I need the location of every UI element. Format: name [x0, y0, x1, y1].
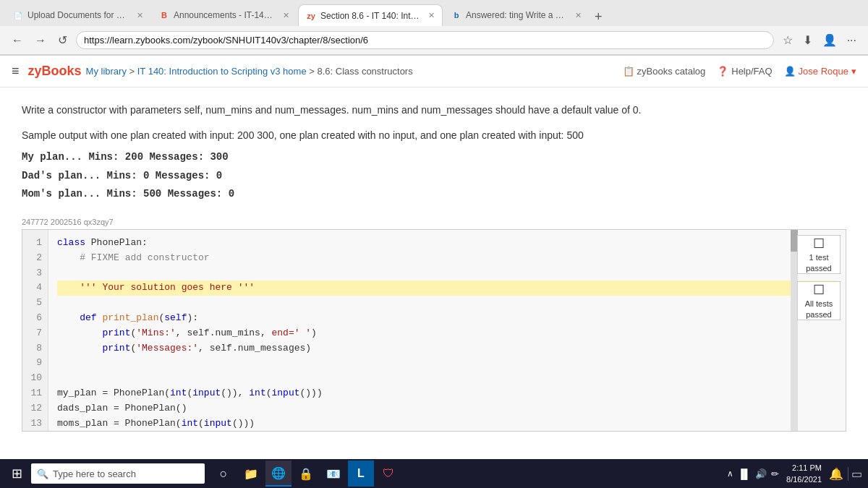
code-line-13: moms_plan = PhonePlan(int(input())) [57, 416, 837, 431]
start-button[interactable]: ⊞ [6, 463, 28, 484]
zybooks-logo: zyBooks [28, 64, 82, 79]
sample-line-2: Dad's plan... Mins: 0 Messages: 0 [22, 167, 846, 185]
test1-label: 1 testpassed [806, 252, 831, 273]
code-line-10 [57, 371, 837, 386]
systray-caret-icon[interactable]: ∧ [727, 468, 733, 479]
test-box-all: ☐ All testspassed [797, 281, 841, 320]
user-name: Jose Roque [799, 66, 848, 77]
test-all-label: All testspassed [805, 299, 833, 320]
test-box-1: ☐ 1 testpassed [797, 235, 841, 274]
back-button[interactable]: ← [9, 33, 26, 48]
forward-button[interactable]: → [32, 33, 49, 48]
code-id-label: 247772 2002516 qx3zqy7 [22, 218, 846, 226]
tab-close-zybooks[interactable]: ✕ [428, 11, 435, 20]
code-line-11: my_plan = PhonePlan(int(input()), int(in… [57, 386, 837, 401]
help-icon: ❓ [717, 66, 728, 77]
help-button[interactable]: ❓ Help/FAQ [717, 66, 772, 77]
tab-favicon-upload: 📄 [13, 10, 23, 20]
catalog-label: zyBooks catalog [637, 66, 706, 77]
taskbar-systray: ∧ ▐▌ 🔊 ✏ 2:11 PM 8/16/2021 🔔 ▭ [727, 462, 862, 486]
code-container[interactable]: 12345 678910 1112131415 16171819 class P… [22, 229, 846, 432]
taskbar-clock: 2:11 PM 8/16/2021 [786, 462, 822, 486]
taskbar-edge-icon[interactable]: 🌐 [265, 461, 292, 487]
tab-zybooks-active[interactable]: zy Section 8.6 - IT 140: Introductio ✕ [298, 4, 443, 26]
tab-favicon-brainly: b [451, 10, 461, 20]
tab-favicon-zybooks: zy [306, 11, 316, 21]
tab-announcements[interactable]: B Announcements - IT-140-J6182 ✕ [152, 4, 297, 26]
test1-checkbox[interactable]: ☐ [813, 236, 825, 252]
refresh-button[interactable]: ↺ [55, 32, 70, 48]
sample-line-1: My plan... Mins: 200 Messages: 300 [22, 148, 846, 166]
code-line-5 [57, 296, 837, 311]
settings-icon[interactable]: 👤 [820, 32, 840, 48]
test-all-checkbox[interactable]: ☐ [813, 282, 825, 299]
tab-label-zybooks: Section 8.6 - IT 140: Introductio [320, 11, 421, 21]
tab-close-brainly[interactable]: ✕ [575, 11, 582, 20]
code-line-6: def print_plan(self): [57, 311, 837, 326]
taskbar-search-text: Type here to search [53, 468, 136, 479]
code-line-8: print('Messages:', self.num_messages) [57, 341, 837, 356]
sample-output-label: Sample output with one plan created with… [22, 129, 846, 141]
more-icon[interactable]: ··· [844, 33, 859, 48]
sample-output: My plan... Mins: 200 Messages: 300 Dad's… [22, 148, 846, 203]
code-line-4: ''' Your solution goes here ''' [57, 281, 837, 296]
catalog-icon: 📋 [623, 66, 634, 77]
tab-close-upload[interactable]: ✕ [137, 11, 143, 20]
taskbar-l-icon[interactable]: L [348, 461, 374, 487]
description-text: Write a constructor with parameters self… [22, 102, 846, 118]
code-line-3 [57, 266, 837, 281]
breadcrumb-link[interactable]: My library [86, 66, 127, 77]
taskbar-shield-icon[interactable]: 🛡 [375, 461, 401, 487]
taskbar-search-box[interactable]: 🔍 Type here to search [31, 463, 205, 484]
tab-label-announcements: Announcements - IT-140-J6182 [174, 10, 276, 20]
code-wrapper: 12345 678910 1112131415 16171819 class P… [22, 229, 846, 432]
code-line-12: dads_plan = PhonePlan() [57, 401, 837, 416]
line-numbers: 12345 678910 1112131415 16171819 [22, 230, 48, 431]
code-editor[interactable]: class PhonePlan: # FIXME add constructor… [48, 230, 846, 431]
systray-volume-icon[interactable]: 🔊 [755, 468, 767, 479]
address-bar: ← → ↺ ☆ ⬇ 👤 ··· [0, 26, 868, 55]
taskbar-files-icon[interactable]: 📁 [238, 461, 264, 487]
taskbar-mail-icon[interactable]: 📧 [320, 461, 346, 487]
new-tab-button[interactable]: + [590, 8, 607, 26]
tab-label-upload: Upload Documents for Free Acco [27, 10, 129, 20]
toolbar-icons: ☆ ⬇ 👤 ··· [780, 32, 859, 48]
taskbar-lock-icon[interactable]: 🔒 [293, 461, 319, 487]
breadcrumb-course-link[interactable]: IT 140: Introduction to Scripting v3 hom… [137, 66, 307, 77]
taskbar-search-icon: 🔍 [37, 468, 48, 479]
browser-chrome: 📄 Upload Documents for Free Acco ✕ B Ann… [0, 0, 868, 56]
clock-date: 8/16/2021 [786, 474, 822, 486]
tab-upload[interactable]: 📄 Upload Documents for Free Acco ✕ [6, 4, 150, 26]
breadcrumb-separator: > [129, 66, 137, 77]
catalog-button[interactable]: 📋 zyBooks catalog [623, 66, 706, 77]
notification-icon[interactable]: 🔔 [829, 467, 843, 481]
systray-pen-icon[interactable]: ✏ [771, 468, 779, 479]
breadcrumb: My library > IT 140: Introduction to Scr… [86, 66, 413, 77]
main-content: Write a constructor with parameters self… [0, 87, 868, 460]
help-label: Help/FAQ [731, 66, 772, 77]
breadcrumb-separator2: > 8.6: Class constructors [309, 66, 412, 77]
tab-bar: 📄 Upload Documents for Free Acco ✕ B Ann… [0, 0, 868, 26]
tab-close-announcements[interactable]: ✕ [283, 11, 289, 20]
taskbar: ⊞ 🔍 Type here to search ○ 📁 🌐 🔒 📧 L 🛡 ∧ … [0, 459, 868, 488]
code-line-7: print('Mins:', self.num_mins, end=' ') [57, 326, 837, 341]
menu-icon[interactable]: ≡ [12, 64, 20, 79]
taskbar-circle-icon[interactable]: ○ [210, 461, 237, 487]
code-line-1: class PhonePlan: [57, 236, 837, 251]
extensions-icon[interactable]: ☆ [780, 32, 796, 48]
address-input[interactable] [76, 31, 774, 49]
header-right: 📋 zyBooks catalog ❓ Help/FAQ 👤 Jose Roqu… [623, 66, 856, 77]
zybooks-header: ≡ zyBooks My library > IT 140: Introduct… [0, 56, 868, 87]
tab-brainly[interactable]: b Answered: ting Write a program ✕ [444, 4, 589, 26]
clock-time: 2:11 PM [786, 462, 822, 474]
user-chevron-icon: ▾ [851, 66, 856, 77]
profile-icon[interactable]: ⬇ [800, 32, 815, 48]
taskbar-app-icons: ○ 📁 🌐 🔒 📧 L 🛡 [210, 461, 401, 487]
sample-line-3: Mom's plan... Mins: 500 Messages: 0 [22, 185, 846, 203]
user-menu[interactable]: 👤 Jose Roque ▾ [784, 66, 856, 77]
systray-network-icon[interactable]: ▐▌ [738, 468, 751, 479]
code-line-2: # FIXME add constructor [57, 251, 837, 266]
code-line-9 [57, 356, 837, 371]
tab-label-brainly: Answered: ting Write a program [466, 10, 568, 20]
show-desktop-icon[interactable]: ▭ [848, 467, 862, 481]
